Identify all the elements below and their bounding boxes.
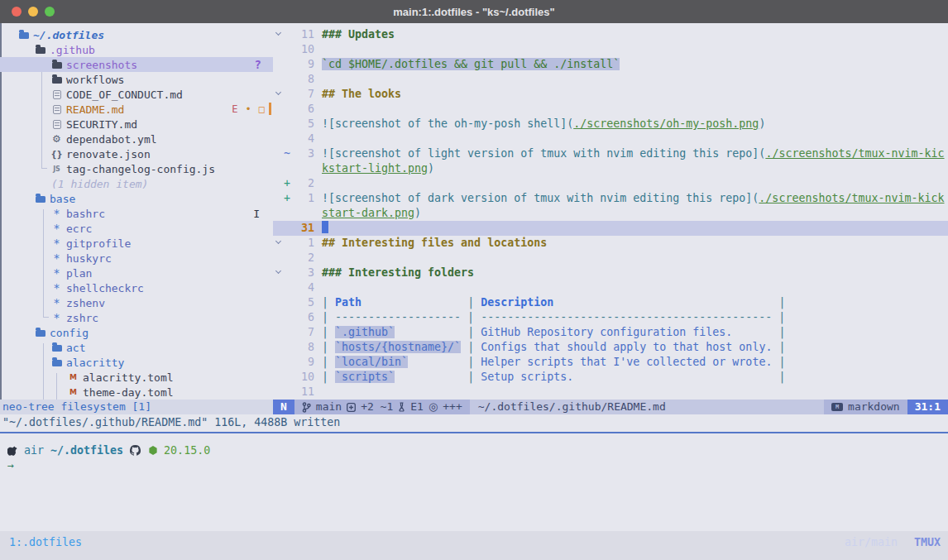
editor-line[interactable]: +1![screenshot of dark version of tmux w…	[273, 191, 948, 206]
tree-item-label: ecrc	[66, 223, 92, 235]
editor-line[interactable]: start-dark.png)	[273, 206, 948, 221]
tree-item-security.md[interactable]: SECURITY.md	[0, 117, 273, 132]
editor-line[interactable]: kstart-light.png)	[273, 161, 948, 176]
tree-item-theme-day.toml[interactable]: Mtheme-day.toml	[0, 385, 273, 400]
tmux-window-name[interactable]: 1:.dotfiles	[9, 536, 82, 548]
line-number: 4	[292, 132, 314, 146]
editor-line[interactable]: 6	[273, 102, 948, 117]
cursor	[322, 221, 328, 233]
line-number: 3	[292, 146, 314, 161]
editor-line[interactable]: 2	[273, 251, 948, 266]
tree-item-label: ~/.dotfiles	[33, 29, 104, 41]
tree-item-bashrc[interactable]: *bashrcI	[0, 206, 273, 221]
tree-item-label: .github	[50, 44, 95, 56]
cursor-position: 31:1	[907, 400, 948, 414]
editor-line[interactable]: 10	[273, 42, 948, 57]
file-icon	[51, 90, 62, 99]
fold-chevron-icon[interactable]	[273, 236, 284, 251]
tree-item-label: gitprofile	[66, 237, 131, 250]
tree-item-act[interactable]: act	[0, 340, 273, 355]
editor-line[interactable]: 10| `scripts` | Setup scripts. |	[273, 370, 948, 385]
editor-line[interactable]: ~3![screenshot of light version of tmux …	[273, 146, 948, 161]
git-sign	[284, 132, 292, 146]
fold-chevron-icon[interactable]	[273, 266, 284, 280]
git-sign	[284, 236, 292, 251]
editor-line[interactable]: 5![screenshot of the oh-my-posh shell](.…	[273, 117, 948, 132]
editor-line[interactable]: 3### Interesting folders	[273, 266, 948, 280]
tree-item-.github[interactable]: .github	[0, 42, 273, 57]
tree-item-label: base	[50, 193, 75, 205]
editor-line[interactable]: 1## Interesting files and locations	[273, 236, 948, 251]
line-text: ## The looks	[314, 87, 401, 102]
star-icon: *	[51, 311, 62, 324]
untracked-badge: ?	[255, 58, 261, 71]
tree-item-label: README.md	[66, 103, 124, 116]
tree-item-alacritty[interactable]: alacritty	[0, 355, 273, 370]
tree-item-label: plan	[66, 267, 92, 280]
tree-item-zshenv[interactable]: *zshenv	[0, 295, 273, 310]
editor-line[interactable]: 6| ------------------- | ---------------…	[273, 310, 948, 325]
line-text: ![screenshot of the oh-my-posh shell](./…	[314, 117, 765, 132]
line-text: ## Interesting files and locations	[314, 236, 547, 251]
tree-item--1-hidden-item-[interactable]: (1 hidden item)	[0, 176, 273, 191]
editor-line[interactable]: 31	[273, 221, 948, 236]
prompt-cwd: ~/.dotfiles	[50, 444, 123, 457]
tree-item-screenshots[interactable]: screenshots?	[0, 57, 273, 72]
apple-icon	[7, 445, 17, 457]
editor-line[interactable]: 4	[273, 132, 948, 146]
editor-line[interactable]: 11### Updates	[273, 27, 948, 42]
line-text	[314, 176, 322, 191]
toml-icon: M	[68, 373, 79, 381]
status-mark: E	[232, 103, 237, 115]
git-sign	[284, 266, 292, 280]
editor-line[interactable]: 4	[273, 280, 948, 295]
git-sign: ~	[284, 146, 292, 161]
editor-line[interactable]: 7## The looks	[273, 87, 948, 102]
editor-line[interactable]: 9| `local/bin` | Helper scripts that I'v…	[273, 355, 948, 370]
tree-item-label: theme-day.toml	[83, 386, 174, 399]
line-text	[314, 221, 328, 236]
terminal-area: ~/.dotfiles.githubscreenshots?workflowsC…	[0, 23, 948, 560]
tree-item--.dotfiles[interactable]: ~/.dotfiles	[0, 27, 273, 42]
editor-window[interactable]: 11### Updates109`cd $HOME/.dotfiles && g…	[273, 23, 948, 400]
editor-line[interactable]: 7| `.github` | GitHub Repository configu…	[273, 325, 948, 340]
markdown-icon: M	[831, 403, 843, 411]
line-number: 1	[292, 191, 314, 206]
editor-line[interactable]: 9`cd $HOME/.dotfiles && git pull && ./in…	[273, 57, 948, 72]
shell-pane[interactable]: air ~/.dotfiles 20.15.0 →	[0, 433, 948, 531]
tree-item-ecrc[interactable]: *ecrc	[0, 221, 273, 236]
fold-chevron-icon[interactable]	[273, 27, 284, 42]
star-icon: *	[51, 296, 62, 309]
tree-item-shellcheckrc[interactable]: *shellcheckrc	[0, 280, 273, 295]
tree-item-workflows[interactable]: workflows	[0, 72, 273, 87]
tree-item-dependabot.yml[interactable]: ⚙dependabot.yml	[0, 132, 273, 146]
line-text: | `local/bin` | Helper scripts that I've…	[314, 355, 785, 370]
tree-item-alacritty.toml[interactable]: Malacritty.toml	[0, 370, 273, 385]
git-sign	[284, 385, 292, 400]
editor-line[interactable]: 5| Path | Description |	[273, 295, 948, 310]
line-number: 11	[292, 27, 314, 42]
line-number: 8	[292, 340, 314, 355]
editor-line[interactable]: 8| `hosts/{hostname}/` | Configs that sh…	[273, 340, 948, 355]
status-mark: □	[259, 103, 265, 115]
tree-item-huskyrc[interactable]: *huskyrc	[0, 251, 273, 266]
fold-chevron-icon[interactable]	[273, 87, 284, 102]
tree-item-gitprofile[interactable]: *gitprofile	[0, 236, 273, 251]
tree-item-config[interactable]: config	[0, 325, 273, 340]
editor-line[interactable]: 8	[273, 72, 948, 87]
tree-item-readme.md[interactable]: README.mdE•□	[0, 102, 273, 117]
git-sign: +	[284, 176, 292, 191]
editor-line[interactable]: 11	[273, 385, 948, 400]
folder-icon	[18, 31, 29, 39]
line-text	[314, 132, 322, 146]
tree-item-code-of-conduct.md[interactable]: CODE_OF_CONDUCT.md	[0, 87, 273, 102]
tree-item-plan[interactable]: *plan	[0, 266, 273, 280]
tree-item-zshrc[interactable]: *zshrc	[0, 310, 273, 325]
editor-line[interactable]: +2	[273, 176, 948, 191]
folder-icon	[35, 45, 45, 54]
tree-item-base[interactable]: base	[0, 191, 273, 206]
mode-indicator: N	[273, 400, 294, 414]
tree-item-tag-changelog-config.js[interactable]: JStag-changelog-config.js	[0, 161, 273, 176]
star-icon: *	[51, 251, 62, 265]
tree-item-renovate.json[interactable]: {}renovate.json	[0, 146, 273, 161]
